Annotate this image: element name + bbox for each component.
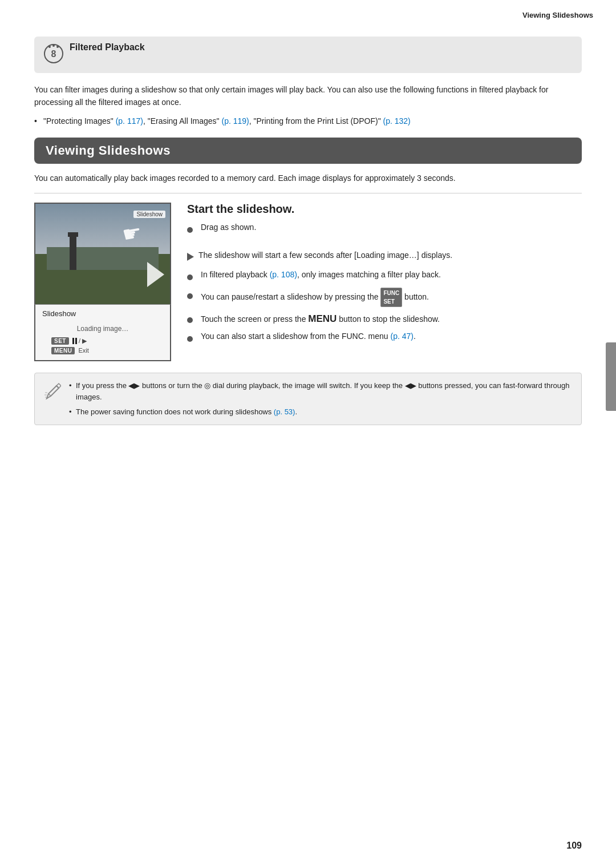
svg-point-3 — [56, 46, 59, 48]
filtered-playback-box: 8 Filtered Playback — [34, 37, 582, 73]
instruction-text-5: You can also start a slideshow from the … — [201, 330, 416, 342]
section-description: You can automatically play back images r… — [34, 172, 582, 184]
filtered-playback-icon: 8 — [43, 43, 64, 66]
instruction-item-4: Touch the screen or press the MENU butto… — [187, 312, 582, 326]
screen-bottom: Slideshow Loading image… SET / ▶ MENU — [34, 304, 171, 361]
circle-bullet-3 — [187, 290, 196, 302]
scene-tower-top — [68, 232, 78, 237]
scene-city — [47, 247, 159, 270]
triangle-bullet-1 — [187, 252, 194, 264]
menu-button-label: MENU — [51, 347, 75, 354]
scene-tower — [70, 236, 76, 270]
svg-text:8: 8 — [51, 49, 56, 59]
func-set-inline: FUNCSET — [380, 288, 402, 307]
link-p119[interactable]: (p. 119) — [221, 116, 249, 126]
drag-text: Drag as shown. — [201, 221, 256, 233]
instruction-text-2: In filtered playback (p. 108), only imag… — [201, 269, 441, 281]
pause-play-controls: / ▶ — [72, 337, 87, 345]
note-item-2: The power saving function does not work … — [69, 406, 572, 418]
page-container: Viewing Slideshows 8 Filtered Playback Y… — [0, 0, 616, 868]
menu-exit-row: MENU Exit — [42, 347, 163, 354]
link-p53[interactable]: (p. 53) — [274, 407, 295, 416]
set-button-label: SET — [51, 337, 69, 345]
slideshow-label-overlay: Slideshow — [133, 211, 165, 218]
instruction-item-3: You can pause/restart a slideshow by pre… — [187, 288, 582, 307]
instruction-text-1: The slideshow will start a few seconds a… — [198, 249, 452, 261]
section-heading: Viewing Slideshows — [34, 138, 582, 164]
screen-bottom-title: Slideshow — [42, 309, 163, 318]
screen-bottom-loading: Loading image… — [42, 325, 163, 333]
filtered-playback-bullets: "Protecting Images" (p. 117), "Erasing A… — [34, 115, 582, 127]
link-p117[interactable]: (p. 117) — [116, 116, 143, 126]
note-box: If you press the ◀▶ buttons or turn the … — [34, 373, 582, 425]
page-number: 109 — [566, 841, 582, 851]
link-p47[interactable]: (p. 47) — [391, 332, 414, 341]
drag-instruction: Drag as shown. — [187, 221, 582, 236]
note-content: If you press the ◀▶ buttons or turn the … — [69, 380, 572, 418]
svg-point-2 — [48, 46, 51, 48]
circle-bullet-4 — [187, 314, 196, 326]
instruction-text-3: You can pause/restart a slideshow by pre… — [201, 288, 429, 307]
pause-icon — [72, 337, 79, 344]
step-title: Start the slideshow. — [187, 203, 582, 216]
arrow-right-icon — [147, 262, 164, 287]
circle-bullet-5 — [187, 333, 196, 345]
svg-point-4 — [52, 45, 55, 47]
main-content: 8 Filtered Playback You can filter image… — [0, 25, 616, 448]
screen-bottom-controls: SET / ▶ — [42, 337, 163, 345]
page-header-title: Viewing Slideshows — [522, 11, 593, 19]
instructions-column: Start the slideshow. Drag as shown. The … — [187, 203, 582, 350]
page-header: Viewing Slideshows — [0, 0, 616, 25]
instruction-item-1: The slideshow will start a few seconds a… — [187, 249, 582, 264]
note-pencil-icon — [44, 381, 61, 406]
screens-column: ☛ Slideshow Slideshow Loading image… SET — [34, 203, 171, 361]
instruction-item-2: In filtered playback (p. 108), only imag… — [187, 269, 582, 283]
screen-arrow-overlay — [147, 262, 164, 287]
screen-top: ☛ Slideshow — [34, 203, 171, 304]
circle-bullet-drag — [187, 224, 196, 236]
exit-text: Exit — [78, 347, 88, 354]
filtered-playback-title: Filtered Playback — [70, 42, 145, 53]
divider — [34, 193, 582, 193]
instruction-item-5: You can also start a slideshow from the … — [187, 330, 582, 345]
link-p132[interactable]: (p. 132) — [383, 116, 411, 126]
filtered-playback-body: You can filter images during a slideshow… — [34, 83, 582, 109]
filtered-playback-bullet-item: "Protecting Images" (p. 117), "Erasing A… — [34, 115, 582, 127]
link-p108[interactable]: (p. 108) — [270, 270, 297, 279]
instruction-text-4: Touch the screen or press the MENU butto… — [201, 312, 440, 326]
circle-bullet-2 — [187, 271, 196, 283]
menu-text-bold: MENU — [308, 313, 337, 324]
sidebar-tab — [606, 342, 616, 411]
note-item-1: If you press the ◀▶ buttons or turn the … — [69, 380, 572, 403]
instruction-row: ☛ Slideshow Slideshow Loading image… SET — [34, 203, 582, 361]
